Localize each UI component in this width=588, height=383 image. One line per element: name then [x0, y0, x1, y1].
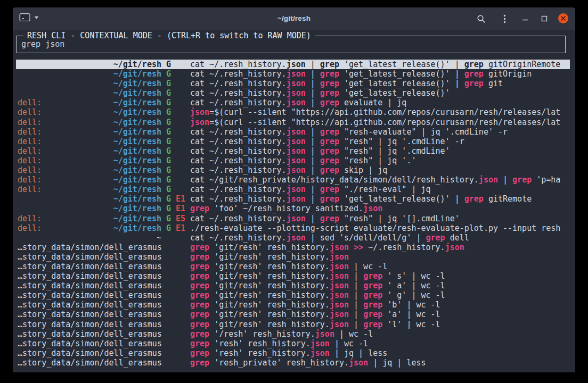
dir-label: ~/git/resh: [113, 214, 161, 223]
history-row[interactable]: …story_data/simon/dell_erasmusgrep 'git/…: [16, 252, 570, 262]
history-row[interactable]: ~/git/reshGcat ~/.resh_history.json | gr…: [16, 69, 570, 79]
match-highlight: json: [311, 339, 330, 348]
history-row[interactable]: …story_data/simon/dell_erasmusgrep 'resh…: [16, 339, 570, 348]
match-highlight: grep: [426, 233, 445, 243]
row-left: …story_data/simon/dell_erasmus: [18, 290, 161, 300]
restore-icon[interactable]: [541, 15, 548, 22]
match-highlight: json: [330, 281, 349, 290]
match-highlight: json: [315, 329, 334, 339]
terminal-app-icon: [19, 13, 30, 22]
command-text: cat ~/.resh_history.json | grep "resh-ev…: [190, 127, 570, 137]
command-text: grep 'git/resh' resh_history.json | grep…: [190, 271, 570, 281]
dir-label: ~/git/resh: [113, 165, 161, 175]
flag-git-ok: G: [166, 214, 171, 223]
match-highlight: grep: [190, 329, 209, 339]
history-row[interactable]: dell:~/git/reshGcat ~/.resh_history.json…: [16, 156, 570, 165]
history-row[interactable]: ~/git/reshGcat ~/.resh_history.json | gr…: [16, 60, 570, 69]
history-row[interactable]: dell:~/git/reshGcat ~/.resh_history.json…: [16, 185, 570, 194]
match-highlight: json: [330, 290, 349, 300]
dir-label: …story_data/simon/dell_erasmus: [18, 300, 161, 310]
host-label: dell:: [18, 165, 42, 175]
flag-exit-error: E5: [176, 214, 185, 223]
flags: GE1: [161, 194, 190, 204]
host-label: dell:: [18, 185, 42, 194]
command-text: grep 'resh_private' resh_history.json | …: [190, 358, 570, 368]
dir-label: …story_data/simon/dell_erasmus: [18, 329, 161, 339]
search-icon[interactable]: [477, 14, 486, 23]
match-highlight: json: [287, 146, 306, 156]
flags: G: [161, 88, 190, 98]
history-row[interactable]: dell:~/git/reshGcat ~/.resh_history.json…: [16, 146, 570, 156]
history-row[interactable]: dell:~/git/reshGjson=$(curl --silent "ht…: [16, 107, 570, 117]
history-row[interactable]: dell:~/git/reshGE1./resh-evaluate --plot…: [16, 223, 570, 233]
flag-git-ok: G: [166, 60, 171, 69]
history-row[interactable]: dell:~/git/reshGcat ~/.resh_history.json…: [16, 98, 570, 107]
row-left: …story_data/simon/dell_erasmus: [18, 271, 161, 281]
flags: [161, 339, 190, 348]
history-row[interactable]: dell:~/git/reshGcat ~/.resh_history.json…: [16, 127, 570, 137]
flags: [161, 233, 190, 243]
command-text: grep 'git/resh' resh_history.json >> ~/.…: [190, 243, 570, 252]
terminal-menu-button[interactable]: [19, 13, 39, 22]
command-text: grep 'git/resh' resh_history.json | grep…: [190, 300, 570, 310]
history-row[interactable]: ~/git/reshGcat ~/.resh_history.json | gr…: [16, 88, 570, 98]
match-highlight: grep: [320, 194, 339, 204]
row-left: dell:~/git/resh: [18, 137, 161, 146]
match-highlight: grep: [190, 262, 209, 271]
command-text: grep 'resh' resh_history.json | jq | les…: [190, 348, 570, 358]
history-row[interactable]: …story_data/simon/dell_erasmusgrep 'git/…: [16, 271, 570, 281]
flags: [161, 262, 190, 271]
terminal-content[interactable]: RESH CLI - CONTEXTUAL MODE - (CTRL+R to …: [13, 30, 575, 372]
command-text: json=$(curl --silent "https://api.github…: [190, 118, 570, 127]
history-row[interactable]: …story_data/simon/dell_erasmusgrep 'git/…: [16, 262, 570, 271]
history-row[interactable]: …story_data/simon/dell_erasmusgrep 'git/…: [16, 310, 570, 319]
row-left: dell:~/git/resh: [18, 165, 161, 175]
titlebar[interactable]: ~/git/resh: [13, 7, 575, 30]
history-row[interactable]: ~cat ~/.resh_history.json | sed 's/dell/…: [16, 233, 570, 243]
match-highlight: grep: [190, 281, 209, 290]
match-highlight: json: [330, 300, 349, 310]
history-row[interactable]: …story_data/simon/dell_erasmusgrep 'git/…: [16, 290, 570, 300]
match-highlight: grep: [363, 290, 382, 300]
match-highlight: grep: [320, 185, 339, 194]
match-highlight: grep: [320, 98, 339, 107]
dir-label: ~/git/resh: [113, 156, 161, 165]
flags: G: [161, 165, 190, 175]
command-text: cat ~/.resh_history.json | grep 'get_lat…: [190, 60, 570, 69]
history-row[interactable]: dell:~/git/reshGE5cat ~/.resh_history.js…: [16, 214, 570, 223]
match-highlight: grep: [464, 60, 484, 69]
kebab-menu-icon[interactable]: [503, 14, 506, 23]
history-row[interactable]: …story_data/simon/dell_erasmusgrep 'git/…: [16, 300, 570, 310]
row-left: …story_data/simon/dell_erasmus: [18, 339, 161, 348]
history-row[interactable]: dell:~/git/reshGcat ~/git/resh_private/h…: [16, 175, 570, 185]
row-left: dell:~/git/resh: [18, 185, 161, 194]
row-left: …story_data/simon/dell_erasmus: [18, 252, 161, 262]
match-highlight: grep: [190, 348, 209, 358]
match-highlight: grep: [363, 281, 382, 290]
history-row[interactable]: …story_data/simon/dell_erasmusgrep 'git/…: [16, 320, 570, 329]
flag-git-ok: G: [166, 175, 171, 185]
command-text: ./resh-evaluate --plotting-script evalua…: [190, 223, 570, 233]
dir-label: …story_data/simon/dell_erasmus: [18, 262, 161, 271]
flag-git-ok: G: [166, 185, 171, 194]
history-row[interactable]: ~/git/reshGE1cat ~/.resh_history.json | …: [16, 194, 570, 204]
match-highlight: grep: [363, 320, 382, 329]
history-row[interactable]: …story_data/simon/dell_erasmusgrep 'resh…: [16, 348, 570, 358]
history-row[interactable]: dell:~/git/reshGjson=$(curl --silent "ht…: [16, 118, 570, 127]
history-row[interactable]: …story_data/simon/dell_erasmusgrep 'git/…: [16, 281, 570, 290]
close-icon[interactable]: [558, 13, 568, 23]
flags: [161, 358, 190, 368]
minimize-icon[interactable]: [522, 15, 528, 22]
history-row[interactable]: dell:~/git/reshGcat ~/.resh_history.json…: [16, 165, 570, 175]
history-row[interactable]: ~/git/reshGcat ~/.resh_history.json | gr…: [16, 79, 570, 88]
history-row[interactable]: dell:~/git/reshGcat ~/.resh_history.json…: [16, 137, 570, 146]
history-row[interactable]: …story_data/simon/dell_erasmusgrep '/res…: [16, 329, 570, 339]
history-row[interactable]: …story_data/simon/dell_erasmusgrep 'resh…: [16, 358, 570, 368]
history-row[interactable]: …story_data/simon/dell_erasmusgrep 'git/…: [16, 243, 570, 252]
row-left: ~/git/resh: [18, 88, 161, 98]
match-highlight: grep: [363, 300, 382, 310]
flag-git-ok: G: [166, 204, 171, 213]
history-row[interactable]: ~/git/reshGE1grep 'foo' ~/resh_history_s…: [16, 204, 570, 213]
flags: [161, 348, 190, 358]
match-highlight: json: [287, 69, 306, 79]
